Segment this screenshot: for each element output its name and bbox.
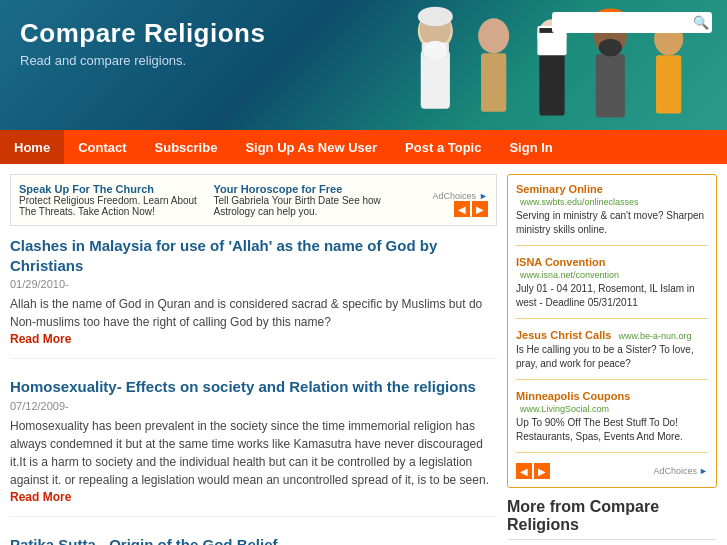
search-box[interactable]: 🔍 xyxy=(552,12,712,33)
svg-point-6 xyxy=(418,7,453,26)
ad-item-1: Your Horoscope for Free Tell Gabriela Yo… xyxy=(214,183,399,217)
article-2: Patika Sutta - Origin of the God Belief … xyxy=(10,535,497,546)
article-1-link[interactable]: Homosexuality- Effects on society and Re… xyxy=(10,378,476,395)
article-2-title[interactable]: Patika Sutta - Origin of the God Belief xyxy=(10,535,497,546)
article-2-link[interactable]: Patika Sutta - Origin of the God Belief xyxy=(10,536,278,546)
nav-item-signup[interactable]: Sign Up As New User xyxy=(231,130,391,164)
sidebar-ad-0-url: www.swbts.edu/onlineclasses xyxy=(520,197,639,207)
sidebar-ad-2-url: www.be-a-nun.org xyxy=(618,331,691,341)
ad-choices-label: AdChoices xyxy=(433,191,477,201)
sidebar-ad-3-url: www.LivingSocial.com xyxy=(520,404,609,414)
ad-text-0: Protect Religious Freedom. Learn About T… xyxy=(19,195,204,217)
nav-item-post[interactable]: Post a Topic xyxy=(391,130,495,164)
more-section-title: More from Compare Religions xyxy=(507,498,717,540)
sidebar-ad-2: Jesus Christ Calls www.be-a-nun.org Is H… xyxy=(516,329,708,380)
top-ad-banner: Speak Up For The Church Protect Religiou… xyxy=(10,174,497,226)
ad-choices-icon: ► xyxy=(479,191,488,201)
nav-item-home[interactable]: Home xyxy=(0,130,64,164)
sidebar-ad-2-desc: Is He calling you to be a Sister? To lov… xyxy=(516,343,708,371)
ad-text-1: Tell Gabriela Your Birth Date See how As… xyxy=(214,195,399,217)
article-0-title[interactable]: Clashes in Malaysia for use of 'Allah' a… xyxy=(10,236,497,275)
sidebar-ad-3-header: Minneapolis Coupons www.LivingSocial.com xyxy=(516,390,708,414)
ad-choices: AdChoices ► xyxy=(433,191,488,201)
article-1-read-more[interactable]: Read More xyxy=(10,490,71,504)
sidebar-ad-choices-label: AdChoices ► xyxy=(654,466,708,476)
sidebar-ad-1-header: ISNA Convention www.isna.net/convention xyxy=(516,256,708,280)
sidebar-ad-3-desc: Up To 90% Off The Best Stuff To Do! Rest… xyxy=(516,416,708,444)
search-input[interactable] xyxy=(558,16,693,30)
nav-item-signin[interactable]: Sign In xyxy=(495,130,566,164)
site-title: Compare Religions xyxy=(20,18,265,49)
ad-next-button[interactable]: ▶ xyxy=(472,201,488,217)
sidebar-ad-2-title[interactable]: Jesus Christ Calls xyxy=(516,329,611,341)
sidebar-ad-1-desc: July 01 - 04 2011, Rosemont, IL Islam in… xyxy=(516,282,708,310)
sidebar-ad-1-title[interactable]: ISNA Convention xyxy=(516,256,605,268)
sidebar-ad-0: Seminary Online www.swbts.edu/onlineclas… xyxy=(516,183,708,246)
svg-rect-14 xyxy=(596,54,625,117)
header-title: Compare Religions Read and compare relig… xyxy=(20,18,265,68)
svg-rect-18 xyxy=(656,55,681,113)
article-0-excerpt: Allah is the name of God in Quran and is… xyxy=(10,295,497,331)
ad-title-1: Your Horoscope for Free xyxy=(214,183,399,195)
sidebar-ad-choices: ◀ ▶ AdChoices ► xyxy=(516,463,708,479)
content-area: Speak Up For The Church Protect Religiou… xyxy=(10,174,497,545)
sidebar-ad-next[interactable]: ▶ xyxy=(534,463,550,479)
sidebar-ad-1: ISNA Convention www.isna.net/convention … xyxy=(516,256,708,319)
svg-rect-8 xyxy=(481,53,506,111)
more-section: More from Compare Religions ► Women Qazi… xyxy=(507,498,717,545)
search-button[interactable]: 🔍 xyxy=(693,15,709,30)
sidebar-ad-0-desc: Serving in ministry & can't move? Sharpe… xyxy=(516,209,708,237)
article-1-title[interactable]: Homosexuality- Effects on society and Re… xyxy=(10,377,497,397)
article-0-read-more[interactable]: Read More xyxy=(10,332,71,346)
header: Compare Religions Read and compare relig… xyxy=(0,0,727,130)
ad-item-0: Speak Up For The Church Protect Religiou… xyxy=(19,183,204,217)
main-content: Speak Up For The Church Protect Religiou… xyxy=(0,164,727,545)
ad-nav: ◀ ▶ xyxy=(454,201,488,217)
sidebar-ad-nav: ◀ ▶ xyxy=(516,463,550,479)
article-0: Clashes in Malaysia for use of 'Allah' a… xyxy=(10,236,497,359)
sidebar-ad-3: Minneapolis Coupons www.LivingSocial.com… xyxy=(516,390,708,453)
svg-point-16 xyxy=(599,39,622,57)
main-nav: Home Contact Subscribe Sign Up As New Us… xyxy=(0,130,727,164)
sidebar-ad-prev[interactable]: ◀ xyxy=(516,463,532,479)
sidebar: Seminary Online www.swbts.edu/onlineclas… xyxy=(507,174,717,545)
site-subtitle: Read and compare religions. xyxy=(20,53,265,68)
article-1-excerpt: Homosexuality has been prevalent in the … xyxy=(10,417,497,489)
article-0-link[interactable]: Clashes in Malaysia for use of 'Allah' a… xyxy=(10,237,437,274)
nav-item-contact[interactable]: Contact xyxy=(64,130,140,164)
sidebar-ad-1-url: www.isna.net/convention xyxy=(520,270,619,280)
sidebar-ad-0-title[interactable]: Seminary Online xyxy=(516,183,603,195)
nav-item-subscribe[interactable]: Subscribe xyxy=(141,130,232,164)
sidebar-ad-2-header: Jesus Christ Calls www.be-a-nun.org xyxy=(516,329,708,341)
article-1-date: 07/12/2009- xyxy=(10,400,497,412)
sidebar-ad-3-title[interactable]: Minneapolis Coupons xyxy=(516,390,630,402)
svg-point-7 xyxy=(478,18,509,53)
article-1: Homosexuality- Effects on society and Re… xyxy=(10,377,497,517)
sidebar-ad-0-header: Seminary Online www.swbts.edu/onlineclas… xyxy=(516,183,708,207)
sidebar-ad-block: Seminary Online www.swbts.edu/onlineclas… xyxy=(507,174,717,488)
svg-rect-10 xyxy=(539,52,564,115)
ad-prev-button[interactable]: ◀ xyxy=(454,201,470,217)
ad-title-0: Speak Up For The Church xyxy=(19,183,204,195)
article-0-date: 01/29/2010- xyxy=(10,278,497,290)
